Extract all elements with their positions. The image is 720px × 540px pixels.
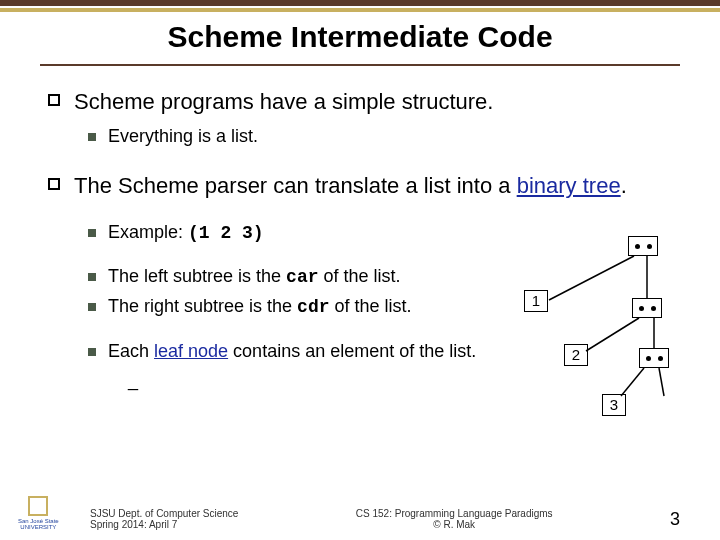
dot-icon <box>647 244 652 249</box>
content-area: Scheme programs have a simple structure.… <box>0 66 720 393</box>
code-example: (1 2 3) <box>188 223 264 243</box>
bullet-2a-pre: Example: <box>108 222 188 242</box>
tree-node-2 <box>632 298 662 318</box>
footer-left: SJSU Dept. of Computer Science Spring 20… <box>90 508 238 530</box>
bullet-1a: Everything is a list. <box>88 125 672 148</box>
tree-node-root <box>628 236 658 256</box>
bullet-2c-post: of the list. <box>330 296 412 316</box>
square-fill-icon <box>88 133 96 141</box>
square-fill-icon <box>88 303 96 311</box>
bullet-2-text: The Scheme parser can translate a list i… <box>74 172 627 201</box>
bullet-2-pre: The Scheme parser can translate a list i… <box>74 173 517 198</box>
footer-dept: SJSU Dept. of Computer Science <box>90 508 238 519</box>
bullet-1: Scheme programs have a simple structure. <box>48 88 672 117</box>
bullet-2: The Scheme parser can translate a list i… <box>48 172 672 201</box>
footer-course: CS 152: Programming Language Paradigms <box>356 508 553 519</box>
bullet-2d-sub-text: _ <box>128 369 138 392</box>
footer-copyright: © R. Mak <box>356 519 553 530</box>
dot-icon <box>635 244 640 249</box>
svg-line-0 <box>549 256 634 300</box>
footer-center: CS 152: Programming Language Paradigms ©… <box>356 508 553 530</box>
title-wrap: Scheme Intermediate Code <box>0 12 720 58</box>
square-fill-icon <box>88 229 96 237</box>
bullet-1a-text: Everything is a list. <box>108 125 258 148</box>
bullet-2b-post: of the list. <box>319 266 401 286</box>
bullet-2-post: . <box>621 173 627 198</box>
spacer <box>48 209 672 215</box>
bullet-2c-pre: The right subtree is the <box>108 296 297 316</box>
header-accent <box>0 0 720 12</box>
term-leaf-node: leaf node <box>154 341 228 361</box>
binary-tree-diagram: 1 2 3 <box>514 236 684 446</box>
spacer <box>48 154 672 164</box>
bullet-2a-text: Example: (1 2 3) <box>108 221 264 245</box>
tree-leaf-1: 1 <box>524 290 548 312</box>
tree-leaf-3: 3 <box>602 394 626 416</box>
svg-line-2 <box>586 318 639 351</box>
square-open-icon <box>48 94 60 106</box>
code-cdr: cdr <box>297 297 329 317</box>
dot-icon <box>646 356 651 361</box>
square-fill-icon <box>88 273 96 281</box>
tree-edges <box>514 236 684 446</box>
term-binary-tree: binary tree <box>517 173 621 198</box>
svg-line-4 <box>621 368 644 396</box>
svg-line-5 <box>659 368 664 396</box>
page-number: 3 <box>670 509 680 530</box>
bullet-2d-text: Each leaf node contains an element of th… <box>108 340 476 363</box>
slide-title: Scheme Intermediate Code <box>40 20 680 54</box>
dot-icon <box>658 356 663 361</box>
dot-icon <box>639 306 644 311</box>
bullet-2b-pre: The left subtree is the <box>108 266 286 286</box>
square-fill-icon <box>88 348 96 356</box>
bullet-2d-pre: Each <box>108 341 154 361</box>
bullet-2c-text: The right subtree is the cdr of the list… <box>108 295 412 319</box>
bullet-2d-post: contains an element of the list. <box>228 341 476 361</box>
square-open-icon <box>48 178 60 190</box>
dot-icon <box>651 306 656 311</box>
slide: Scheme Intermediate Code Scheme programs… <box>0 0 720 540</box>
code-car: car <box>286 267 318 287</box>
bullet-2b-text: The left subtree is the car of the list. <box>108 265 401 289</box>
footer: SJSU Dept. of Computer Science Spring 20… <box>0 508 720 530</box>
tree-node-3 <box>639 348 669 368</box>
stripe-gold <box>0 8 720 12</box>
bullet-1-text: Scheme programs have a simple structure. <box>74 88 493 117</box>
tree-leaf-2: 2 <box>564 344 588 366</box>
footer-date: Spring 2014: April 7 <box>90 519 238 530</box>
